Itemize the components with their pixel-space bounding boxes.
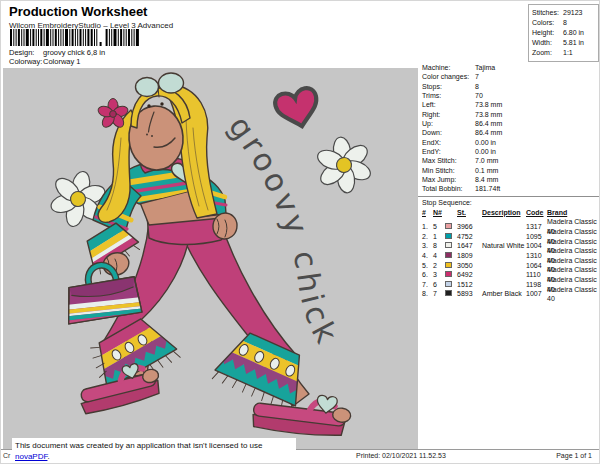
- machine-info-value: 0.00 in: [475, 138, 496, 147]
- eye: [160, 102, 163, 105]
- footer-created-clipped: Cr: [3, 452, 10, 459]
- machine-info-row: Max Jump:8.4 mm: [418, 175, 600, 184]
- colorway-label: Colorway:: [9, 57, 43, 66]
- stat-value: 6.80 in: [563, 28, 584, 38]
- machine-info-label: Left:: [422, 100, 475, 109]
- barcode: [9, 29, 161, 46]
- notice-text: .: [47, 452, 49, 461]
- stat-value: 29123: [563, 8, 582, 18]
- panel-divider: [418, 196, 600, 197]
- thread-color-swatch: [445, 252, 452, 258]
- stat-value: 1:1: [563, 48, 573, 58]
- hair-bobble: [159, 73, 184, 93]
- machine-info-row: EndX:0.00 in: [418, 138, 600, 147]
- machine-info-label: Trims:: [422, 91, 475, 100]
- machine-info-row: Machine:Tajima: [418, 63, 600, 72]
- stat-label: Colors:: [532, 18, 563, 28]
- novapdf-link[interactable]: novaPDF: [15, 452, 47, 461]
- colorway-value: Colorway 1: [43, 57, 81, 66]
- machine-info-row: Total Bobbin:181.74ft: [418, 184, 600, 193]
- thread-color-swatch: [445, 281, 452, 287]
- daisy-icon-right: [312, 133, 376, 196]
- col-description: Description: [482, 208, 526, 218]
- thread-color-swatch: [445, 271, 452, 277]
- stop-sequence-header: # N# St. Description Code Brand: [418, 208, 600, 218]
- eye: [147, 104, 150, 107]
- machine-info-value: 181.74ft: [475, 184, 500, 193]
- machine-info-label: Max Stitch:: [422, 156, 475, 165]
- col-n: N#: [433, 208, 445, 218]
- machine-info-value: 86.4 mm: [475, 119, 502, 128]
- machine-info-value: 8: [475, 82, 479, 91]
- design-value: groovy chick 6,8 in: [43, 48, 105, 57]
- page-number: Page 1 of 1: [556, 452, 592, 459]
- stat-label: Stitches:: [532, 8, 563, 18]
- machine-info-row: Color changes:7: [418, 72, 600, 81]
- col-code: Code: [526, 208, 547, 218]
- machine-info-value: 73.8 mm: [475, 110, 502, 119]
- stat-label: Zoom:: [532, 48, 563, 58]
- machine-info-label: Min Stitch:: [422, 166, 475, 175]
- machine-info-label: Machine:: [422, 63, 475, 72]
- machine-info-value: Tajima: [475, 63, 495, 72]
- back-pant-hem: [210, 325, 317, 414]
- notice-text: This document was created by an applicat…: [15, 441, 262, 450]
- stat-label: Width:: [532, 38, 563, 48]
- machine-info-label: Down:: [422, 128, 475, 137]
- thread-color-swatch: [445, 262, 452, 268]
- stop-sequence-heading: Stop Sequence:: [418, 198, 600, 208]
- machine-info-row: Up:86.4 mm: [418, 119, 600, 128]
- machine-info-value: 8.4 mm: [475, 175, 498, 184]
- machine-info-label: Total Bobbin:: [422, 184, 475, 193]
- machine-info-row: Stops:8: [418, 82, 600, 91]
- stop-sequence-row: 1.539661317Madeira Classic 40: [418, 217, 600, 227]
- machine-info-value: 0.00 in: [475, 147, 496, 156]
- thread-color-swatch: [445, 290, 452, 296]
- hair-bobble: [136, 78, 159, 97]
- heart-icon: [273, 86, 322, 131]
- col-num: #: [422, 208, 433, 218]
- stat-row: Stitches:29123: [532, 8, 598, 18]
- machine-info-row: Down:86.4 mm: [418, 128, 600, 137]
- stat-row: Zoom:1:1: [532, 48, 598, 58]
- machine-info-value: 86.4 mm: [475, 128, 502, 137]
- machine-info-label: Max Jump:: [422, 175, 475, 184]
- stats-box: Stitches:29123 Colors:8 Height:6.80 in W…: [528, 4, 599, 62]
- printed-text: Printed: 02/10/2021 11.52.53: [356, 452, 446, 459]
- machine-info-row: Left:73.8 mm: [418, 100, 600, 109]
- machine-info-label: Color changes:: [422, 72, 475, 81]
- machine-info-label: Up:: [422, 119, 475, 128]
- col-st: St.: [457, 208, 482, 218]
- machine-info-row: Right:73.8 mm: [418, 110, 600, 119]
- design-row: Design:groovy chick 6,8 in: [9, 48, 105, 57]
- machine-info-value: 70: [475, 91, 483, 100]
- stat-row: Width:5.81 in: [532, 38, 598, 48]
- stat-value: 5.81 in: [563, 38, 584, 48]
- machine-info-label: Right:: [422, 110, 475, 119]
- machine-info-row: EndY:0.00 in: [418, 147, 600, 156]
- col-brand: Brand: [547, 208, 600, 218]
- stat-row: Height:6.80 in: [532, 28, 598, 38]
- thread-color-swatch: [445, 223, 452, 229]
- machine-info-row: Max Stitch:7.0 mm: [418, 156, 600, 165]
- machine-info-label: EndX:: [422, 138, 475, 147]
- machine-info-panel: Machine:Tajima Color changes:7 Stops:8 T…: [418, 63, 600, 294]
- stat-value: 8: [563, 18, 567, 28]
- machine-info-value: 7: [475, 72, 479, 81]
- machine-info-value: 73.8 mm: [475, 100, 502, 109]
- machine-info-value: 7.0 mm: [475, 156, 498, 165]
- machine-info-value: 0.1 mm: [475, 166, 498, 175]
- thread-color-swatch: [445, 233, 452, 239]
- embroidery-design: groovy chick: [3, 68, 418, 449]
- design-label: Design:: [9, 48, 43, 57]
- page-title: Production Worksheet: [9, 4, 147, 19]
- stat-label: Height:: [532, 28, 563, 38]
- production-worksheet-page: Production Worksheet Wilcom EmbroiderySt…: [0, 0, 600, 464]
- machine-info-row: Trims:70: [418, 91, 600, 100]
- machine-info-label: EndY:: [422, 147, 475, 156]
- license-notice: This document was created by an applicat…: [12, 438, 296, 464]
- stat-row: Colors:8: [532, 18, 598, 28]
- design-canvas: groovy chick: [3, 68, 418, 449]
- colorway-row: Colorway:Colorway 1: [9, 57, 81, 66]
- thread-color-swatch: [445, 242, 452, 248]
